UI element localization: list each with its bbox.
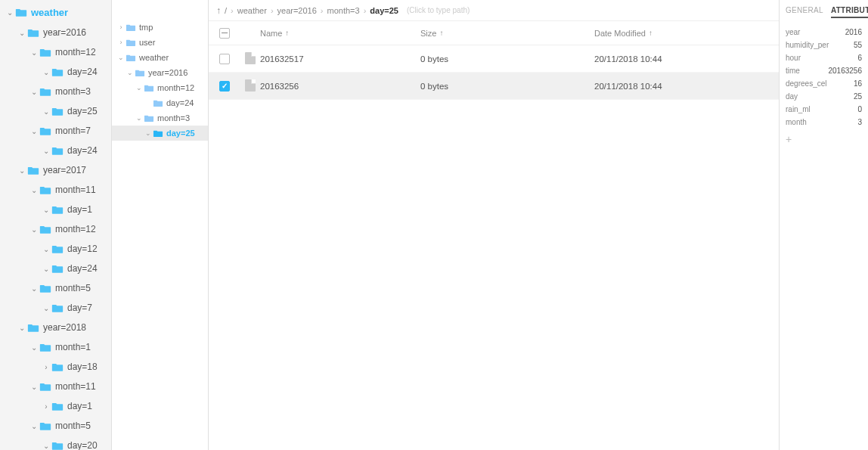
attribute-row[interactable]: year2016 [786, 26, 862, 39]
chevron-right-icon[interactable]: › [41, 402, 51, 411]
chevron-down-icon[interactable]: ⌄ [29, 422, 39, 430]
tree-item[interactable]: day=24 [112, 95, 208, 110]
tree-item[interactable]: ⌄year=2016 [112, 65, 208, 80]
column-label: Size [420, 29, 436, 38]
folder-icon [27, 28, 39, 38]
chevron-down-icon[interactable]: ⌄ [17, 29, 27, 37]
column-header-date[interactable]: Date Modified ↑ [594, 29, 768, 38]
chevron-icon[interactable]: ⌄ [116, 54, 126, 61]
tree-item[interactable]: ›tmp [112, 20, 208, 35]
chevron-icon[interactable]: ⌄ [135, 84, 144, 92]
chevron-down-icon[interactable]: ⌄ [29, 284, 39, 293]
chevron-down-icon[interactable]: ⌄ [41, 245, 51, 253]
chevron-right-icon: › [321, 6, 324, 15]
tree-item[interactable]: ›user [112, 35, 208, 50]
tree-item[interactable]: ⌄month=3 [0, 82, 111, 101]
chevron-icon[interactable]: ⌄ [144, 129, 153, 137]
tree-item[interactable]: ⌄weather [112, 50, 208, 65]
chevron-down-icon[interactable]: ⌄ [29, 186, 39, 194]
tree-item[interactable]: ⌄day=24 [0, 62, 111, 82]
table-row[interactable]: 2016325170 bytes20/11/2018 10:44 [209, 45, 779, 73]
tree-item[interactable]: ⌄day=7 [0, 298, 111, 318]
chevron-down-icon[interactable]: ⌄ [17, 324, 27, 332]
breadcrumb-current[interactable]: day=25 [370, 6, 398, 15]
tree-item[interactable]: ›day=1 [0, 396, 111, 416]
chevron-down-icon[interactable]: ⌄ [5, 8, 15, 17]
folder-icon [15, 8, 27, 17]
tree-item[interactable]: ›day=18 [0, 357, 111, 377]
breadcrumb-item[interactable]: year=2016 [277, 6, 317, 15]
table-row[interactable]: 201632560 bytes20/11/2018 10:44 [209, 73, 779, 100]
attribute-list: year2016humidity_per55hour6time20163256d… [786, 26, 862, 129]
tree-item[interactable]: ⌄year=2017 [0, 160, 111, 180]
breadcrumb-hint[interactable]: (Click to type path) [407, 6, 470, 14]
attribute-row[interactable]: rain_ml0 [786, 103, 862, 116]
breadcrumb-item[interactable]: month=3 [327, 6, 360, 15]
tab-general[interactable]: GENERAL [786, 6, 823, 18]
tree-item[interactable]: ⌄month=12 [0, 42, 111, 62]
chevron-down-icon[interactable]: ⌄ [29, 127, 39, 135]
folder-icon [39, 421, 51, 431]
tree-item[interactable]: ⌄day=24 [0, 141, 111, 160]
tree-item[interactable]: ⌄month=12 [0, 219, 111, 239]
tab-attributes[interactable]: ATTRIBUTES [831, 6, 868, 18]
row-checkbox[interactable] [219, 54, 230, 64]
tree-label: month=11 [55, 381, 96, 392]
tree-item[interactable]: ⌄month=11 [0, 377, 111, 396]
breadcrumb-root[interactable]: / [225, 6, 227, 15]
tree-item[interactable]: ⌄day=25 [0, 101, 111, 121]
column-header-size[interactable]: Size ↑ [420, 29, 594, 38]
chevron-icon[interactable]: ⌄ [135, 114, 144, 122]
up-arrow-icon[interactable]: ↑ [216, 5, 221, 16]
tree-item[interactable]: ⌄month=3 [112, 110, 208, 126]
attribute-row[interactable]: month3 [786, 116, 862, 129]
chevron-down-icon[interactable]: ⌄ [29, 225, 39, 234]
tree-item[interactable]: ⌄month=5 [0, 416, 111, 436]
tree-label: month=7 [55, 126, 91, 136]
chevron-down-icon[interactable]: ⌄ [29, 343, 39, 352]
tree-item[interactable]: ⌄weather [0, 2, 111, 23]
chevron-down-icon[interactable]: ⌄ [41, 68, 51, 76]
chevron-icon[interactable]: ⌄ [126, 69, 135, 76]
attribute-row[interactable]: time20163256 [786, 64, 862, 77]
chevron-down-icon[interactable]: ⌄ [41, 442, 51, 450]
select-all-checkbox[interactable] [219, 28, 230, 39]
breadcrumb-item[interactable]: weather [237, 6, 267, 15]
chevron-down-icon[interactable]: ⌄ [41, 147, 51, 155]
attribute-row[interactable]: degrees_cel16 [786, 77, 862, 90]
tree-label: month=5 [55, 421, 91, 431]
tree-item[interactable]: ⌄day=12 [0, 239, 111, 259]
folder-icon [39, 343, 51, 352]
chevron-icon[interactable]: › [116, 23, 126, 31]
chevron-down-icon[interactable]: ⌄ [17, 166, 27, 175]
chevron-down-icon[interactable]: ⌄ [41, 265, 51, 273]
attribute-row[interactable]: hour6 [786, 51, 862, 64]
column-header-name[interactable]: Name ↑ [260, 29, 420, 38]
chevron-right-icon[interactable]: › [41, 363, 51, 371]
tree-item[interactable]: ⌄month=12 [112, 80, 208, 95]
tree-item[interactable]: ⌄day=24 [0, 259, 111, 278]
tree-item[interactable]: ⌄month=7 [0, 121, 111, 141]
add-attribute-button[interactable]: + [786, 133, 862, 145]
chevron-down-icon[interactable]: ⌄ [29, 48, 39, 57]
tree-item[interactable]: ⌄day=25 [112, 126, 208, 141]
chevron-down-icon[interactable]: ⌄ [41, 304, 51, 312]
chevron-down-icon[interactable]: ⌄ [41, 107, 51, 116]
tree-item[interactable]: ⌄day=1 [0, 200, 111, 219]
chevron-down-icon[interactable]: ⌄ [29, 88, 39, 96]
tree-item[interactable]: ⌄month=5 [0, 278, 111, 298]
chevron-icon[interactable]: › [116, 39, 126, 46]
row-checkbox[interactable] [219, 81, 230, 92]
attribute-value: 2016 [845, 28, 862, 36]
tree-item[interactable]: ⌄year=2016 [0, 23, 111, 42]
main-panel: ↑ / › weather › year=2016 › month=3 › da… [209, 0, 779, 450]
tree-item[interactable]: ⌄month=11 [0, 180, 111, 200]
folder-icon [51, 146, 64, 156]
tree-item[interactable]: ⌄month=1 [0, 337, 111, 357]
tree-item[interactable]: ⌄day=20 [0, 436, 111, 450]
chevron-down-icon[interactable]: ⌄ [41, 206, 51, 214]
tree-item[interactable]: ⌄year=2018 [0, 318, 111, 337]
chevron-down-icon[interactable]: ⌄ [29, 383, 39, 391]
attribute-row[interactable]: humidity_per55 [786, 39, 862, 51]
attribute-row[interactable]: day25 [786, 90, 862, 103]
